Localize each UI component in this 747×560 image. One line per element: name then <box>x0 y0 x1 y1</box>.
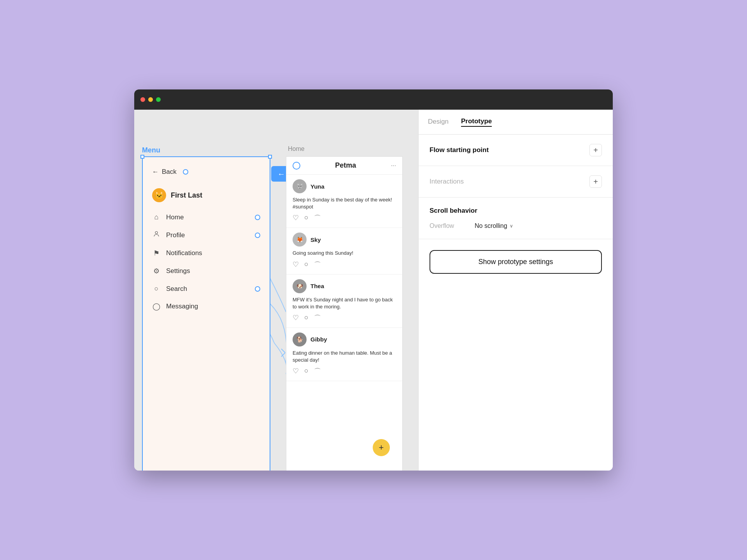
title-bar <box>134 89 613 110</box>
post-actions-yuna: ♡ ○ ⌒ <box>293 214 396 223</box>
back-connection-dot <box>183 169 188 175</box>
post-item-sky: 🦊 Sky Going soaring this Sunday! ♡ ○ ⌒ <box>286 228 402 274</box>
scroll-behavior-section: Scroll behavior Overflow No scrolling ∨ <box>419 198 613 239</box>
main-content: Home Menu ← Back ← <box>134 110 613 471</box>
nav-connection-search <box>255 286 260 292</box>
post-avatar-thea: 🐶 <box>293 279 307 293</box>
settings-icon: ⚙ <box>152 267 161 275</box>
tab-prototype[interactable]: Prototype <box>461 117 492 127</box>
scroll-behavior-title: Scroll behavior <box>430 207 602 215</box>
nav-label-messaging: Messaging <box>166 303 198 310</box>
post-avatar-yuna: 🐺 <box>293 179 307 193</box>
header-icons: ··· <box>391 162 396 169</box>
post-item-gibby: 🐕 Gibby Eating dinner on the human table… <box>286 328 402 381</box>
like-icon[interactable]: ♡ <box>293 214 299 223</box>
post-avatar-gibby: 🐕 <box>293 332 307 346</box>
maximize-dot[interactable] <box>156 97 161 102</box>
flow-starting-point-section: Flow starting point + <box>419 135 613 166</box>
nav-item-profile[interactable]: Profile <box>152 231 260 240</box>
post-username-yuna: Yuna <box>310 183 324 190</box>
home-frame: Petma ··· 🐺 Yuna Sleep in Sunday is the … <box>286 156 403 471</box>
user-profile: 🐱 First Last <box>152 188 260 202</box>
like-icon-thea[interactable]: ♡ <box>293 313 299 323</box>
post-username-sky: Sky <box>310 236 321 243</box>
tab-design[interactable]: Design <box>428 118 449 126</box>
nav-item-notifications[interactable]: ⚑ Notifications <box>152 249 260 257</box>
menu-frame: Menu ← Back ← 🐱 First Last <box>142 156 270 471</box>
nav-item-search[interactable]: ○ Search <box>152 285 260 293</box>
profile-icon <box>152 231 161 240</box>
panel-tabs: Design Prototype <box>419 110 613 135</box>
section-header-interactions: Interactions + <box>430 175 602 188</box>
menu-content: ← Back ← 🐱 First Last ⌂ Home <box>143 157 270 328</box>
bookmark-icon[interactable]: ⌒ <box>314 214 321 223</box>
corner-handle-tl[interactable] <box>140 155 144 159</box>
overflow-value: No scrolling <box>475 222 507 229</box>
comment-icon-sky[interactable]: ○ <box>304 260 309 270</box>
post-actions-thea: ♡ ○ ⌒ <box>293 313 396 323</box>
menu-frame-label: Menu <box>142 146 160 154</box>
post-item-yuna: 🐺 Yuna Sleep in Sunday is the best day o… <box>286 175 402 228</box>
nav-item-home[interactable]: ⌂ Home <box>152 213 260 221</box>
right-panel: Design Prototype Flow starting point + I… <box>418 110 613 471</box>
overflow-row: Overflow No scrolling ∨ <box>430 222 602 229</box>
nav-connection-profile <box>255 233 260 238</box>
back-label: Back <box>162 168 177 176</box>
app-window: Home Menu ← Back ← <box>134 89 613 471</box>
bookmark-icon-gibby[interactable]: ⌒ <box>314 367 321 376</box>
nav-label-notifications: Notifications <box>166 249 202 257</box>
nav-label-search: Search <box>166 285 187 293</box>
post-header-thea: 🐶 Thea <box>293 279 396 293</box>
fab-button[interactable]: + <box>373 439 390 456</box>
notifications-icon: ⚑ <box>152 249 161 257</box>
interactions-title: Interactions <box>430 178 464 186</box>
menu-toggle[interactable] <box>293 162 300 170</box>
nav-connection-home <box>255 215 260 220</box>
add-flow-button[interactable]: + <box>589 144 602 156</box>
bookmark-icon-sky[interactable]: ⌒ <box>314 260 321 270</box>
home-header: Petma ··· <box>286 157 402 175</box>
flow-starting-point-title: Flow starting point <box>430 146 489 154</box>
add-interaction-button[interactable]: + <box>589 175 602 188</box>
show-prototype-settings-button[interactable]: Show prototype settings <box>430 250 602 274</box>
post-text-yuna: Sleep in Sunday is the best day of the w… <box>293 196 396 210</box>
back-button[interactable]: ← Back ← <box>152 168 260 176</box>
post-avatar-sky: 🦊 <box>293 233 307 247</box>
post-text-gibby: Eating dinner on the human table. Must b… <box>293 350 396 364</box>
section-header-flow: Flow starting point + <box>430 144 602 156</box>
post-text-thea: MFW it's Sunday night and I have to go b… <box>293 296 396 310</box>
post-username-gibby: Gibby <box>310 336 327 343</box>
post-username-thea: Thea <box>310 283 324 289</box>
post-header: 🐺 Yuna <box>293 179 396 193</box>
nav-item-messaging[interactable]: ◯ Messaging <box>152 302 260 311</box>
chevron-down-icon: ∨ <box>510 223 513 229</box>
like-icon-sky[interactable]: ♡ <box>293 260 299 270</box>
overflow-select[interactable]: No scrolling ∨ <box>475 222 513 229</box>
like-icon-gibby[interactable]: ♡ <box>293 367 299 376</box>
bookmark-icon-thea[interactable]: ⌒ <box>314 313 321 323</box>
post-header-sky: 🦊 Sky <box>293 233 396 247</box>
search-icon: ○ <box>152 285 161 293</box>
nav-label-settings: Settings <box>166 267 190 275</box>
post-item-thea: 🐶 Thea MFW it's Sunday night and I have … <box>286 275 402 328</box>
nav-item-settings[interactable]: ⚙ Settings <box>152 267 260 275</box>
username: First Last <box>171 191 202 200</box>
post-text-sky: Going soaring this Sunday! <box>293 250 396 257</box>
avatar: 🐱 <box>152 188 166 202</box>
close-dot[interactable] <box>140 97 145 102</box>
canvas-area: Home Menu ← Back ← <box>134 110 418 471</box>
home-icon: ⌂ <box>152 213 161 221</box>
comment-icon-thea[interactable]: ○ <box>304 313 309 323</box>
comment-icon[interactable]: ○ <box>304 214 309 223</box>
post-header-gibby: 🐕 Gibby <box>293 332 396 346</box>
comment-icon-gibby[interactable]: ○ <box>304 367 309 376</box>
messaging-icon: ◯ <box>152 302 161 311</box>
post-actions-sky: ♡ ○ ⌒ <box>293 260 396 270</box>
nav-label-home: Home <box>166 214 184 221</box>
interactions-section: Interactions + <box>419 166 613 198</box>
post-actions-gibby: ♡ ○ ⌒ <box>293 367 396 376</box>
minimize-dot[interactable] <box>148 97 153 102</box>
overflow-label: Overflow <box>430 222 468 229</box>
corner-handle-tr[interactable] <box>268 155 272 159</box>
home-frame-label: Home <box>288 145 305 152</box>
